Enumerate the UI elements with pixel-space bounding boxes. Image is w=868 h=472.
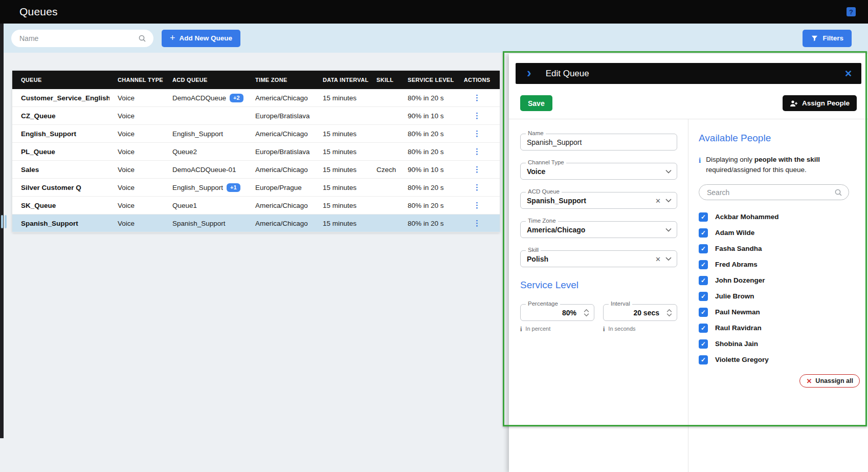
collapsed-sidebar-strip bbox=[0, 24, 4, 438]
queue-search-field[interactable] bbox=[11, 30, 153, 47]
person-checkbox[interactable]: ✓ bbox=[699, 355, 708, 364]
acd-count-badge[interactable]: +1 bbox=[227, 183, 240, 192]
collapse-chevron-icon[interactable]: › bbox=[527, 66, 531, 79]
close-icon[interactable]: ✕ bbox=[844, 68, 852, 79]
skill-select[interactable]: Skill Polish ✕ bbox=[520, 250, 677, 267]
person-row[interactable]: ✓John Dozenger bbox=[699, 272, 860, 288]
person-row[interactable]: ✓Raul Ravidran bbox=[699, 320, 860, 336]
table-row-pl_queue[interactable]: PL_QueueVoiceQueue2Europe/Bratislava15 m… bbox=[12, 143, 500, 161]
chevron-down-icon[interactable] bbox=[665, 169, 672, 174]
name-field[interactable]: Name Spanish_Support bbox=[520, 134, 677, 151]
skill-filter-note: i Displaying only people with the skill … bbox=[699, 155, 836, 175]
person-row[interactable]: ✓Ackbar Mohammed bbox=[699, 209, 860, 225]
column-header-acd-queue: ACD QUEUE bbox=[164, 77, 247, 83]
row-actions-kebab-icon[interactable]: ⋮ bbox=[470, 93, 484, 102]
acd-count-badge[interactable]: +2 bbox=[230, 94, 243, 102]
person-row[interactable]: ✓Julie Brown bbox=[699, 288, 860, 304]
column-header-service-level: SERVICE LEVEL bbox=[399, 77, 454, 83]
person-name: Raul Ravidran bbox=[715, 324, 762, 332]
column-header-skill: SKILL bbox=[370, 77, 399, 83]
chevron-down-icon[interactable] bbox=[665, 257, 672, 261]
person-checkbox[interactable]: ✓ bbox=[699, 212, 708, 222]
time-zone-select[interactable]: Time Zone America/Chicago bbox=[520, 221, 677, 238]
check-icon: ✓ bbox=[701, 357, 706, 363]
clear-icon[interactable]: ✕ bbox=[655, 197, 661, 204]
edit-queue-drawer: › Edit Queue ✕ Save Assign People Name S… bbox=[509, 54, 868, 472]
column-header-channel-type: CHANNEL TYPE bbox=[109, 77, 164, 83]
edit-form: Name Spanish_Support Channel Type Voice … bbox=[509, 119, 688, 472]
table-row-sk_queue[interactable]: SK_QueueVoiceQueue1America/Chicago15 min… bbox=[12, 197, 500, 214]
person-row[interactable]: ✓Fred Abrams bbox=[699, 256, 860, 272]
assign-people-button[interactable]: Assign People bbox=[783, 95, 857, 111]
app-header: Queues ? bbox=[0, 0, 868, 24]
person-checkbox[interactable]: ✓ bbox=[699, 339, 708, 349]
person-checkbox[interactable]: ✓ bbox=[699, 260, 708, 269]
person-checkbox[interactable]: ✓ bbox=[699, 276, 708, 285]
available-people-heading: Available People bbox=[699, 133, 860, 144]
person-row[interactable]: ✓Shobina Jain bbox=[699, 336, 860, 352]
person-row[interactable]: ✓Paul Newman bbox=[699, 304, 860, 320]
drawer-header: › Edit Queue ✕ bbox=[516, 63, 861, 84]
help-icon[interactable]: ? bbox=[847, 7, 856, 16]
add-new-queue-button[interactable]: + Add New Queue bbox=[162, 30, 240, 47]
person-name: Adam Wilde bbox=[715, 229, 754, 237]
table-row-silver-customer-q[interactable]: Silver Customer QVoiceEnglish_Support+1E… bbox=[12, 179, 500, 197]
clear-icon[interactable]: ✕ bbox=[655, 255, 661, 262]
row-actions-kebab-icon[interactable]: ⋮ bbox=[470, 129, 484, 138]
scroll-indicator[interactable] bbox=[1, 215, 7, 228]
spinner-icons[interactable] bbox=[584, 309, 589, 316]
person-row[interactable]: ✓Adam Wilde bbox=[699, 225, 860, 241]
person-add-icon bbox=[790, 100, 798, 107]
interval-stepper[interactable]: Interval 20 secs bbox=[603, 304, 677, 321]
chevron-down-icon[interactable] bbox=[665, 199, 672, 203]
toolbar: + Add New Queue Filters bbox=[0, 24, 868, 53]
check-icon: ✓ bbox=[701, 341, 706, 347]
acd-queue-value: Spanish_Support bbox=[527, 197, 586, 205]
check-icon: ✓ bbox=[701, 230, 706, 236]
person-row[interactable]: ✓Fasha Sandha bbox=[699, 241, 860, 256]
page-title: Queues bbox=[19, 6, 58, 18]
table-row-spanish_support[interactable]: Spanish_SupportVoiceSpanish_SupportAmeri… bbox=[12, 214, 500, 232]
table-row-customer_service_english[interactable]: Customer_Service_EnglishVoiceDemoACDQueu… bbox=[12, 89, 500, 107]
row-actions-kebab-icon[interactable]: ⋮ bbox=[470, 183, 484, 192]
row-actions-kebab-icon[interactable]: ⋮ bbox=[470, 219, 484, 228]
person-checkbox[interactable]: ✓ bbox=[699, 324, 708, 333]
interval-hint: iIn seconds bbox=[603, 326, 677, 333]
table-row-sales[interactable]: SalesVoiceDemoACDQueue-01America/Chicago… bbox=[12, 161, 500, 179]
filters-button[interactable]: Filters bbox=[803, 30, 852, 47]
person-checkbox[interactable]: ✓ bbox=[699, 244, 708, 253]
queue-search-input[interactable] bbox=[19, 34, 138, 42]
people-search-field[interactable] bbox=[699, 184, 849, 200]
save-button[interactable]: Save bbox=[520, 95, 552, 111]
chevron-down-icon[interactable] bbox=[665, 228, 672, 232]
row-actions-kebab-icon[interactable]: ⋮ bbox=[470, 165, 484, 174]
column-header-queue: QUEUE bbox=[12, 77, 109, 83]
people-list: ✓Ackbar Mohammed✓Adam Wilde✓Fasha Sandha… bbox=[699, 209, 860, 368]
people-search-input[interactable] bbox=[707, 188, 834, 197]
person-row[interactable]: ✓Violette Gregory bbox=[699, 352, 860, 368]
search-icon bbox=[138, 34, 146, 42]
table-row-cz_queue[interactable]: CZ_QueueVoiceEurope/Bratislava90% in 10 … bbox=[12, 107, 500, 125]
percentage-stepper[interactable]: Percentage 80% bbox=[520, 304, 594, 321]
person-checkbox[interactable]: ✓ bbox=[699, 308, 708, 317]
person-name: Shobina Jain bbox=[715, 340, 758, 348]
person-checkbox[interactable]: ✓ bbox=[699, 292, 708, 301]
skill-value: Polish bbox=[527, 255, 548, 263]
interval-value: 20 secs bbox=[633, 309, 659, 317]
column-header-time-zone: TIME ZONE bbox=[247, 77, 315, 83]
spinner-icons[interactable] bbox=[666, 309, 672, 316]
row-actions-kebab-icon[interactable]: ⋮ bbox=[470, 147, 484, 156]
row-actions-kebab-icon[interactable]: ⋮ bbox=[470, 111, 484, 120]
check-icon: ✓ bbox=[701, 325, 706, 331]
channel-type-select[interactable]: Channel Type Voice bbox=[520, 163, 677, 180]
name-value: Spanish_Support bbox=[527, 138, 582, 146]
person-checkbox[interactable]: ✓ bbox=[699, 228, 708, 238]
table-body: Customer_Service_EnglishVoiceDemoACDQueu… bbox=[12, 89, 500, 232]
unassign-all-button[interactable]: ✕ Unassign all bbox=[799, 374, 860, 388]
acd-queue-select[interactable]: ACD Queue Spanish_Support ✕ bbox=[520, 192, 677, 209]
service-level-heading: Service Level bbox=[520, 280, 677, 291]
drawer-title: Edit Queue bbox=[546, 69, 589, 79]
plus-icon: + bbox=[170, 33, 175, 42]
table-row-english_support[interactable]: English_SupportVoiceEnglish_SupportAmeri… bbox=[12, 125, 500, 143]
row-actions-kebab-icon[interactable]: ⋮ bbox=[470, 201, 484, 210]
